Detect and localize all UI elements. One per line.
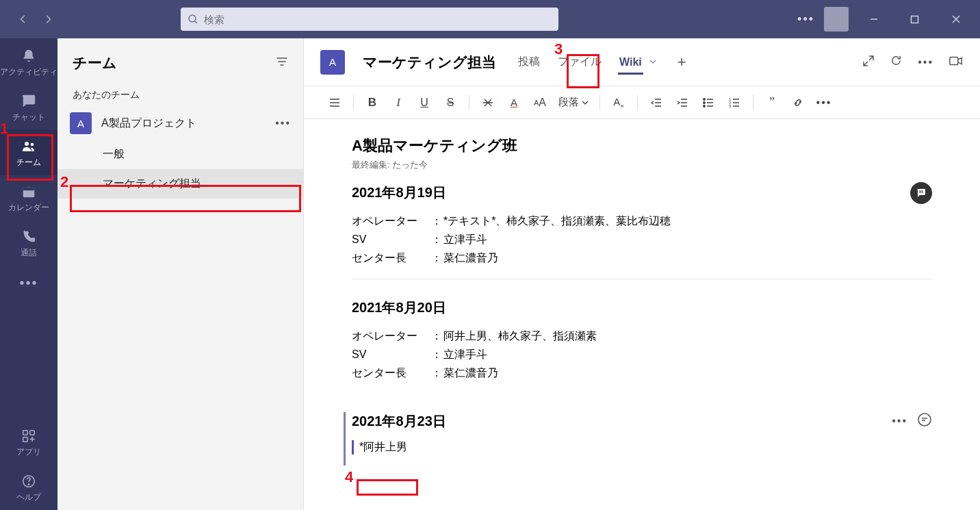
svg-rect-8: [23, 437, 27, 441]
title-more-button[interactable]: •••: [797, 12, 814, 27]
quote-button[interactable]: ”: [760, 91, 784, 114]
titlebar: •••: [0, 0, 980, 38]
tab-wiki-dropdown[interactable]: [649, 56, 657, 68]
team-avatar: A: [70, 112, 92, 134]
svg-point-12: [704, 98, 706, 100]
back-button[interactable]: [12, 8, 34, 30]
tab-posts[interactable]: 投稿: [517, 51, 541, 73]
link-button[interactable]: [786, 91, 810, 114]
calendar-icon: [20, 183, 38, 201]
channel-header: A マーケティング担当 投稿 ファイル Wiki + •••: [304, 38, 980, 86]
rail-teams[interactable]: チーム: [0, 130, 57, 175]
wiki-page-title[interactable]: A製品マーケティング班: [352, 136, 932, 156]
reload-button[interactable]: [890, 54, 903, 70]
close-button[interactable]: [940, 5, 972, 33]
svg-rect-5: [23, 187, 35, 190]
sidebar: チーム あなたのチーム A A製品プロジェクト ••• 一般 マーケティング担当: [57, 38, 304, 510]
channel-title: マーケティング担当: [363, 53, 496, 72]
clear-format-button[interactable]: A×: [607, 91, 630, 114]
font-color-button[interactable]: A: [502, 91, 526, 114]
conversation-button[interactable]: [910, 182, 932, 204]
wiki-section[interactable]: 2021年8月19日 オペレーター：*テキスト*、柿久家子、指須瀬素、葉比布辺穂…: [352, 183, 932, 279]
team-row[interactable]: A A製品プロジェクト •••: [57, 107, 303, 140]
rail-label: アプリ: [16, 446, 41, 458]
minimize-button[interactable]: [858, 5, 890, 33]
your-teams-label: あなたのチーム: [57, 82, 303, 107]
rail-chat[interactable]: チャット: [0, 85, 57, 130]
expand-button[interactable]: [862, 55, 875, 70]
rail-label: ヘルプ: [16, 492, 41, 503]
channel-avatar: A: [320, 50, 345, 75]
wiki-toolbar: B I U S A AA 段落 A× 123 ” •••: [304, 86, 980, 119]
tab-wiki[interactable]: Wiki: [618, 52, 643, 75]
rail-calendar[interactable]: カレンダー: [0, 175, 57, 220]
rail-label: チーム: [16, 157, 41, 168]
wiki-last-edit: 最終編集: たった今: [352, 159, 932, 171]
svg-point-0: [189, 15, 196, 22]
apps-icon: [20, 427, 38, 445]
strike-button[interactable]: S: [439, 91, 462, 114]
section-heading[interactable]: 2021年8月23日: [352, 412, 932, 431]
search-box[interactable]: [181, 8, 558, 31]
svg-point-10: [28, 483, 29, 484]
bullets-button[interactable]: [697, 91, 720, 114]
rail-more[interactable]: •••: [0, 266, 57, 300]
svg-rect-6: [23, 430, 27, 434]
svg-rect-7: [30, 430, 34, 434]
rail-label: アクティビティ: [0, 66, 57, 78]
toolbar-more-button[interactable]: •••: [812, 91, 836, 114]
rail-label: 通話: [21, 247, 37, 259]
maximize-button[interactable]: [899, 5, 931, 33]
svg-rect-1: [912, 16, 918, 23]
font-size-button[interactable]: AA: [528, 91, 552, 114]
svg-point-2: [25, 142, 29, 146]
search-icon: [188, 14, 198, 25]
svg-point-18: [918, 413, 931, 426]
phone-icon: [20, 228, 38, 246]
chat-icon: [20, 92, 38, 110]
paragraph-dropdown[interactable]: 段落: [554, 96, 593, 109]
wiki-section-editing[interactable]: ••• 2021年8月23日 *阿井上男: [352, 412, 932, 466]
numbers-button[interactable]: 123: [723, 91, 746, 114]
tab-files[interactable]: ファイル: [556, 51, 603, 73]
svg-point-14: [704, 105, 706, 107]
rail-help[interactable]: ヘルプ: [0, 465, 57, 510]
rail-label: カレンダー: [8, 202, 49, 214]
teams-icon: [20, 138, 38, 155]
svg-rect-11: [950, 57, 958, 64]
user-avatar[interactable]: [824, 7, 849, 31]
section-heading[interactable]: 2021年8月20日: [352, 298, 932, 317]
rail-calls[interactable]: 通話: [0, 220, 57, 266]
search-input[interactable]: [204, 14, 552, 25]
bell-icon: [20, 47, 38, 65]
svg-point-13: [704, 101, 706, 103]
wiki-section[interactable]: 2021年8月20日 オペレーター：阿井上男、柿久家子、指須瀬素 SV：立津手斗…: [352, 298, 932, 394]
rail-label: チャット: [12, 112, 45, 123]
section-more-button[interactable]: •••: [892, 415, 907, 427]
underline-button[interactable]: U: [413, 91, 436, 114]
header-more-button[interactable]: •••: [918, 56, 933, 68]
svg-point-3: [31, 142, 34, 146]
main-pane: A マーケティング担当 投稿 ファイル Wiki + ••• B I U S A…: [304, 38, 980, 510]
channel-general[interactable]: 一般: [57, 140, 303, 169]
forward-button[interactable]: [37, 8, 59, 30]
highlight-button[interactable]: [476, 91, 500, 114]
rail-apps[interactable]: アプリ: [0, 420, 57, 465]
outdent-button[interactable]: [645, 91, 668, 114]
indent-button[interactable]: [671, 91, 694, 114]
channel-marketing[interactable]: マーケティング担当: [57, 169, 303, 199]
editing-text[interactable]: *阿井上男: [352, 440, 932, 455]
rail-activity[interactable]: アクティビティ: [0, 40, 57, 85]
section-conversation-button[interactable]: [917, 412, 932, 430]
team-name: A製品プロジェクト: [101, 116, 266, 131]
bold-button[interactable]: B: [361, 91, 384, 114]
filter-button[interactable]: [276, 55, 288, 71]
section-heading[interactable]: 2021年8月19日: [352, 183, 932, 202]
team-more-button[interactable]: •••: [275, 117, 291, 129]
meet-button[interactable]: [949, 53, 964, 71]
app-rail: アクティビティ チャット チーム カレンダー 通話 ••• アプリ ヘルプ: [0, 38, 57, 510]
add-tab-button[interactable]: +: [678, 53, 686, 71]
italic-button[interactable]: I: [387, 91, 410, 114]
hamburger-button[interactable]: [323, 91, 346, 114]
wiki-content: A製品マーケティング班 最終編集: たった今 2021年8月19日 オペレーター…: [304, 119, 980, 510]
